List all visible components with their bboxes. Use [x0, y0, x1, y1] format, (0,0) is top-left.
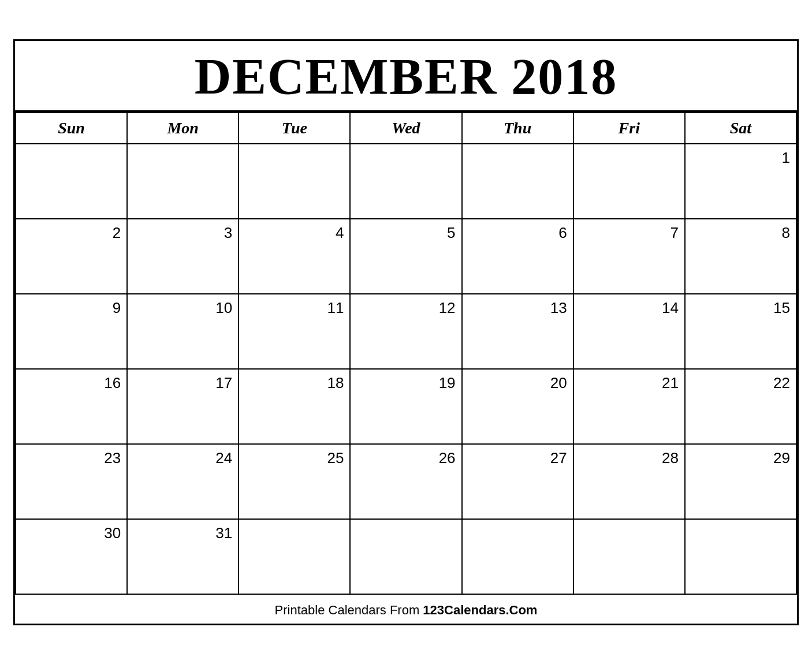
calendar-day-cell: 5 — [350, 219, 461, 294]
weekday-header-wed: Wed — [350, 113, 461, 144]
calendar-day-cell: 8 — [685, 219, 796, 294]
calendar-day-cell — [685, 519, 796, 594]
calendar-day-cell: 18 — [239, 369, 350, 444]
calendar-day-cell — [239, 144, 350, 219]
calendar-day-cell — [16, 144, 127, 219]
calendar-day-cell: 23 — [16, 444, 127, 519]
calendar-day-cell — [350, 144, 461, 219]
calendar-footer: Printable Calendars From 123Calendars.Co… — [15, 595, 797, 624]
calendar-week-row: 3031 — [16, 519, 796, 594]
calendar-week-row: 16171819202122 — [16, 369, 796, 444]
calendar-day-cell: 10 — [127, 294, 239, 369]
calendar-day-cell: 28 — [573, 444, 685, 519]
calendar-day-cell: 22 — [685, 369, 796, 444]
calendar-day-cell — [573, 144, 685, 219]
calendar-week-row: 1 — [16, 144, 796, 219]
calendar-day-cell: 14 — [573, 294, 685, 369]
calendar-day-cell: 7 — [573, 219, 685, 294]
calendar-day-cell: 16 — [16, 369, 127, 444]
calendar-day-cell: 17 — [127, 369, 239, 444]
weekday-header-thu: Thu — [462, 113, 573, 144]
weekday-header-sat: Sat — [685, 113, 796, 144]
calendar-day-cell: 30 — [16, 519, 127, 594]
weekday-header-mon: Mon — [127, 113, 239, 144]
calendar-day-cell — [462, 144, 573, 219]
calendar-day-cell — [239, 519, 350, 594]
month-year-label: DECEMBER 2018 — [195, 49, 618, 105]
calendar-day-cell: 1 — [685, 144, 796, 219]
calendar-day-cell: 20 — [462, 369, 573, 444]
weekday-header-row: SunMonTueWedThuFriSat — [16, 113, 796, 144]
calendar-day-cell: 13 — [462, 294, 573, 369]
calendar-day-cell: 24 — [127, 444, 239, 519]
calendar-day-cell: 25 — [239, 444, 350, 519]
calendar-day-cell — [573, 519, 685, 594]
calendar-day-cell: 6 — [462, 219, 573, 294]
calendar-day-cell: 11 — [239, 294, 350, 369]
calendar-day-cell: 26 — [350, 444, 461, 519]
footer-text: Printable Calendars From — [275, 603, 423, 617]
calendar-day-cell: 4 — [239, 219, 350, 294]
calendar-day-cell: 12 — [350, 294, 461, 369]
calendar-title: DECEMBER 2018 — [15, 41, 797, 112]
calendar-container: DECEMBER 2018 SunMonTueWedThuFriSat 1234… — [13, 39, 799, 625]
calendar-day-cell: 9 — [16, 294, 127, 369]
calendar-day-cell: 31 — [127, 519, 239, 594]
calendar-day-cell: 29 — [685, 444, 796, 519]
calendar-day-cell — [127, 144, 239, 219]
calendar-day-cell: 2 — [16, 219, 127, 294]
calendar-day-cell: 15 — [685, 294, 796, 369]
weekday-header-fri: Fri — [573, 113, 685, 144]
calendar-week-row: 2345678 — [16, 219, 796, 294]
calendar-day-cell: 27 — [462, 444, 573, 519]
calendar-week-row: 23242526272829 — [16, 444, 796, 519]
calendar-day-cell: 19 — [350, 369, 461, 444]
weekday-header-tue: Tue — [239, 113, 350, 144]
calendar-week-row: 9101112131415 — [16, 294, 796, 369]
calendar-day-cell: 21 — [573, 369, 685, 444]
calendar-day-cell — [462, 519, 573, 594]
calendar-day-cell — [350, 519, 461, 594]
calendar-day-cell: 3 — [127, 219, 239, 294]
weekday-header-sun: Sun — [16, 113, 127, 144]
footer-brand: 123Calendars.Com — [423, 603, 537, 617]
calendar-grid: SunMonTueWedThuFriSat 123456789101112131… — [15, 112, 797, 595]
